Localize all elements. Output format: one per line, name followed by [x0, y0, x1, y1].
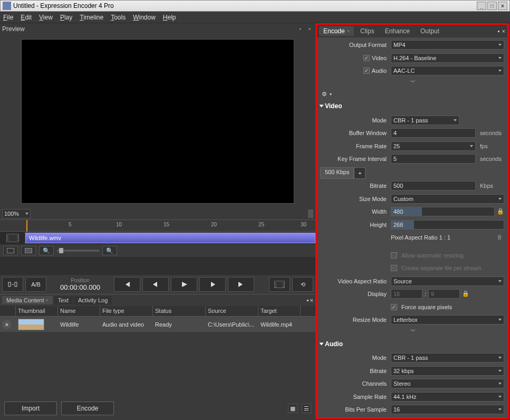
- menu-play[interactable]: Play: [60, 14, 72, 21]
- zoom-select[interactable]: 100%: [2, 209, 31, 218]
- step-fwd-button[interactable]: [199, 277, 226, 292]
- sizemode-select[interactable]: Custom: [391, 194, 504, 204]
- pin-icon[interactable]: ▪: [498, 28, 500, 34]
- preview-viewport[interactable]: [21, 39, 294, 204]
- caret-icon[interactable]: ▾: [330, 92, 332, 97]
- cell-name: Wildlife: [58, 320, 100, 329]
- pin-icon[interactable]: ▪: [296, 26, 304, 32]
- framerate-select[interactable]: 25: [391, 141, 476, 151]
- step-back-button[interactable]: [142, 277, 169, 292]
- close-panel-icon[interactable]: ×: [310, 297, 313, 303]
- audio-checkbox[interactable]: [363, 68, 370, 74]
- output-format-select[interactable]: MP4: [391, 40, 504, 50]
- audio-bitrate-select[interactable]: 32 kbps: [391, 366, 504, 376]
- close-panel-icon[interactable]: ×: [306, 26, 313, 32]
- height-input[interactable]: 268: [391, 220, 504, 230]
- timeline-clip[interactable]: Wildlife.wmv: [25, 233, 315, 243]
- lock-icon[interactable]: 🔒: [497, 208, 504, 215]
- menu-file[interactable]: File: [3, 14, 13, 21]
- caret-icon: [498, 198, 502, 200]
- ruler-tick: 25: [258, 222, 264, 227]
- caret-icon: [25, 213, 28, 215]
- channels-select[interactable]: Stereo: [391, 379, 504, 388]
- bitrate-input[interactable]: 500: [391, 181, 476, 190]
- caret-icon: [470, 145, 473, 147]
- close-button[interactable]: ×: [498, 2, 507, 10]
- tab-activity-log[interactable]: Activity Log: [74, 296, 112, 304]
- import-button[interactable]: Import: [4, 402, 57, 415]
- menu-view[interactable]: View: [39, 14, 53, 21]
- loop-button[interactable]: ⟲: [292, 277, 313, 292]
- expand-icon[interactable]: ︾: [410, 328, 415, 335]
- stream-tab[interactable]: 500 Kbps: [320, 167, 354, 179]
- zoom-slider[interactable]: [57, 250, 99, 252]
- close-icon[interactable]: ×: [347, 28, 350, 34]
- add-stream-button[interactable]: +: [354, 167, 365, 179]
- col-status[interactable]: Status: [153, 306, 206, 316]
- menu-edit[interactable]: Edit: [21, 14, 32, 21]
- view-grid-icon[interactable]: ▦: [288, 404, 297, 413]
- menu-timeline[interactable]: Timeline: [80, 14, 103, 21]
- zoom-out-icon[interactable]: 🔍: [39, 246, 54, 255]
- media-row[interactable]: × Wildlife Audio and video Ready C:\User…: [0, 317, 315, 332]
- close-icon[interactable]: ×: [46, 298, 49, 303]
- lock-icon[interactable]: 🔒: [462, 290, 469, 298]
- gear-icon[interactable]: ⚙: [320, 90, 329, 99]
- video-section-header[interactable]: Video: [317, 100, 507, 112]
- encode-button[interactable]: Encode: [61, 402, 114, 415]
- audio-mode-select[interactable]: CBR - 1 pass: [391, 353, 504, 362]
- next-button[interactable]: [228, 277, 254, 292]
- playhead[interactable]: [26, 220, 27, 232]
- tab-clips[interactable]: Clips: [356, 26, 379, 36]
- expand-icon[interactable]: ︾: [410, 79, 415, 86]
- add-clip-button[interactable]: [269, 277, 290, 292]
- preview-title: Preview: [2, 25, 294, 33]
- audio-codec-select[interactable]: AAC-LC: [391, 66, 504, 75]
- tab-text[interactable]: Text: [54, 296, 73, 304]
- width-input[interactable]: 480: [391, 207, 495, 216]
- force-square-checkbox[interactable]: [391, 304, 397, 310]
- view-list-icon[interactable]: ☰: [302, 404, 311, 413]
- tab-output[interactable]: Output: [416, 26, 444, 36]
- scrollbar-vertical[interactable]: [308, 209, 313, 218]
- label-sample-rate: Sample Rate: [320, 394, 389, 400]
- timeline-tool-cut[interactable]: [21, 246, 36, 255]
- col-thumbnail[interactable]: Thumbnail: [16, 306, 58, 316]
- col-name[interactable]: Name: [58, 306, 100, 316]
- col-filetype[interactable]: File type: [100, 306, 153, 316]
- bits-select[interactable]: 16: [391, 405, 504, 414]
- split-button[interactable]: [2, 277, 23, 292]
- tab-encode[interactable]: Encode×: [319, 26, 354, 36]
- prev-button[interactable]: [114, 277, 140, 292]
- trash-icon[interactable]: 🗑: [497, 234, 504, 241]
- video-checkbox[interactable]: [363, 55, 370, 61]
- minimize-button[interactable]: _: [477, 2, 486, 10]
- buffer-input[interactable]: 4: [391, 128, 476, 138]
- audio-section-header[interactable]: Audio: [317, 338, 507, 350]
- cell-source: C:\Users\Public\...: [206, 320, 258, 329]
- sample-rate-select[interactable]: 44.1 kHz: [391, 392, 504, 402]
- timeline-tool-trim[interactable]: [3, 246, 18, 255]
- keyframe-input[interactable]: 5: [391, 154, 476, 164]
- maximize-button[interactable]: □: [487, 2, 497, 10]
- col-source[interactable]: Source: [206, 306, 258, 316]
- close-panel-icon[interactable]: ×: [502, 28, 505, 34]
- video-aspect-select[interactable]: Source: [391, 276, 504, 286]
- remove-item-icon[interactable]: ×: [2, 320, 12, 329]
- zoom-in-icon[interactable]: 🔍: [102, 246, 117, 255]
- tab-media-content[interactable]: Media Content×: [2, 296, 53, 304]
- play-button[interactable]: [171, 277, 197, 292]
- tab-enhance[interactable]: Enhance: [381, 26, 414, 36]
- label-force-square: Force square pixels: [401, 304, 452, 310]
- video-codec-select[interactable]: H.264 - Baseline: [391, 53, 504, 63]
- col-target[interactable]: Target: [258, 306, 301, 316]
- units-seconds: seconds: [478, 130, 504, 136]
- menu-window[interactable]: Window: [133, 14, 156, 21]
- menu-tools[interactable]: Tools: [111, 14, 126, 21]
- menu-help[interactable]: Help: [163, 14, 176, 21]
- video-mode-select[interactable]: CBR - 1 pass: [391, 116, 459, 125]
- pin-icon[interactable]: ▪: [307, 297, 309, 303]
- timeline-ruler[interactable]: 5 10 15 20 25 30: [0, 220, 315, 232]
- resize-mode-select[interactable]: Letterbox: [391, 315, 504, 324]
- ab-button[interactable]: A/B: [25, 277, 46, 292]
